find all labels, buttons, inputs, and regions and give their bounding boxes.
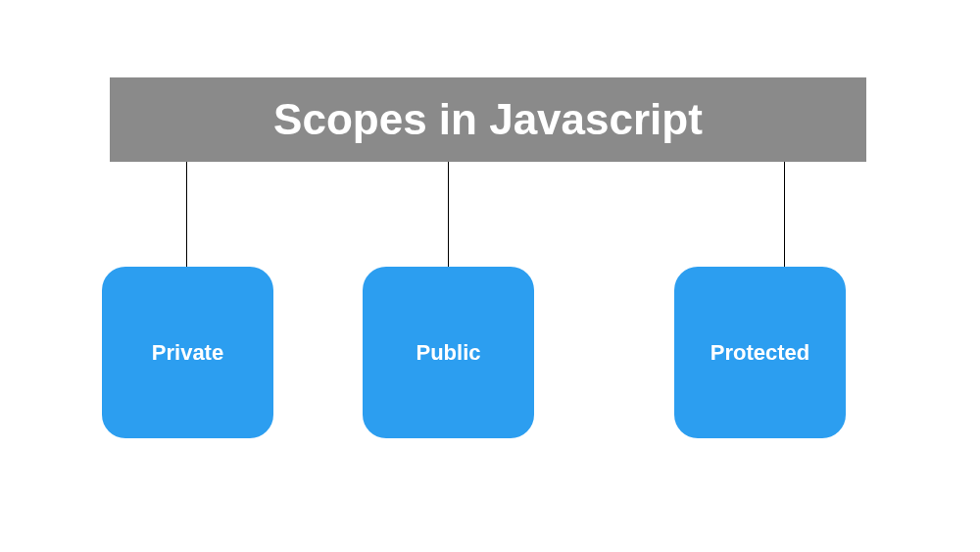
scope-box-public: Public: [363, 267, 534, 438]
connector-line-private: [186, 162, 187, 267]
connector-line-protected: [784, 162, 785, 267]
scope-box-protected: Protected: [674, 267, 846, 438]
scope-label-public: Public: [416, 340, 480, 366]
scope-label-protected: Protected: [710, 340, 809, 366]
connector-line-public: [448, 162, 449, 267]
scope-label-private: Private: [152, 340, 223, 366]
scope-box-private: Private: [102, 267, 273, 438]
diagram-title-box: Scopes in Javascript: [110, 77, 866, 162]
diagram-title: Scopes in Javascript: [273, 95, 703, 144]
